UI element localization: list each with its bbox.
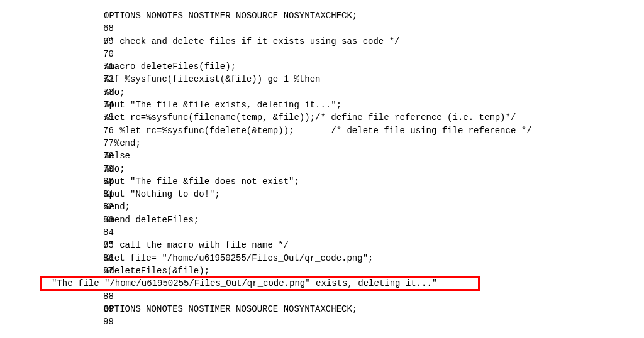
code-content: %do; — [104, 163, 125, 175]
code-line: 89OPTIONS NONOTES NOSTIMER NOSOURCE NOSY… — [0, 303, 644, 315]
code-content: %end; — [104, 137, 141, 150]
code-line: 71%macro deleteFiles(file); — [0, 60, 644, 73]
code-content: %deleteFiles(&file); — [104, 264, 209, 277]
code-content: /* check and delete files if it exists u… — [104, 35, 399, 48]
code-content: %macro deleteFiles(file); — [104, 60, 236, 73]
code-line: 69/* check and delete files if it exists… — [0, 35, 644, 48]
code-content: %put "Nothing to do!"; — [104, 188, 220, 200]
code-content: %let file= "/home/u61950255/Files_Out/qr… — [104, 252, 373, 264]
code-content: OPTIONS NONOTES NOSTIMER NOSOURCE NOSYNT… — [104, 9, 357, 22]
code-content: "The file "/home/u61950255/Files_Out/qr_… — [52, 278, 437, 288]
code-line: 83%mend deleteFiles; — [0, 214, 644, 226]
code-line: 99 — [0, 315, 644, 328]
code-content: OPTIONS NONOTES NOSTIMER NOSOURCE NOSYNT… — [104, 303, 357, 315]
code-line: 78%else — [0, 150, 644, 162]
code-line: 76 %let rc=%sysfunc(fdelete(&temp)); /* … — [0, 124, 644, 137]
code-line: 73%do; — [0, 86, 644, 99]
code-content: %do; — [104, 86, 125, 99]
line-number: 1 — [52, 11, 108, 21]
line-number: 88 — [52, 292, 114, 302]
code-line: 85/* call the macro with file name */ — [0, 239, 644, 251]
code-content: %end; — [104, 200, 130, 213]
code-line: 88 — [0, 290, 644, 303]
code-line: 79%do; — [0, 163, 644, 175]
code-line: 80%put "The file &file does not exist"; — [0, 175, 644, 188]
code-log-container: 1OPTIONS NONOTES NOSTIMER NOSOURCE NOSYN… — [0, 9, 644, 328]
code-line: 82%end; — [0, 200, 644, 213]
code-content: %if %sysfunc(fileexist(&file)) ge 1 %the… — [104, 73, 320, 85]
code-line: 74%put "The file &file exists, deleting … — [0, 99, 644, 111]
code-content: %let rc=%sysfunc(fdelete(&temp)); /* del… — [104, 124, 532, 137]
log-output-line: "The file "/home/u61950255/Files_Out/qr_… — [0, 277, 644, 290]
code-line: 81%put "Nothing to do!"; — [0, 188, 644, 200]
code-line: 87%deleteFiles(&file); — [0, 264, 644, 277]
line-number: 99 — [52, 317, 114, 327]
code-line: 70 — [0, 48, 644, 60]
code-line: 86%let file= "/home/u61950255/Files_Out/… — [0, 252, 644, 264]
code-content: %put "The file &file exists, deleting it… — [104, 99, 341, 111]
code-content: /* call the macro with file name */ — [104, 239, 289, 251]
line-number: 84 — [52, 227, 114, 237]
code-line: 72%if %sysfunc(fileexist(&file)) ge 1 %t… — [0, 73, 644, 85]
code-line: 68 — [0, 22, 644, 35]
code-line: 77 %end; — [0, 137, 644, 150]
line-number: 70 — [52, 49, 114, 59]
code-line: 75%let rc=%sysfunc(filename(temp, &file)… — [0, 111, 644, 124]
code-content: %put "The file &file does not exist"; — [104, 175, 299, 188]
code-content: %else — [104, 150, 130, 162]
line-number: 68 — [52, 23, 114, 33]
code-content: %let rc=%sysfunc(filename(temp, &file));… — [104, 111, 516, 124]
code-line: 1OPTIONS NONOTES NOSTIMER NOSOURCE NOSYN… — [0, 9, 644, 22]
code-line: 84 — [0, 226, 644, 239]
code-content: %mend deleteFiles; — [104, 214, 199, 226]
